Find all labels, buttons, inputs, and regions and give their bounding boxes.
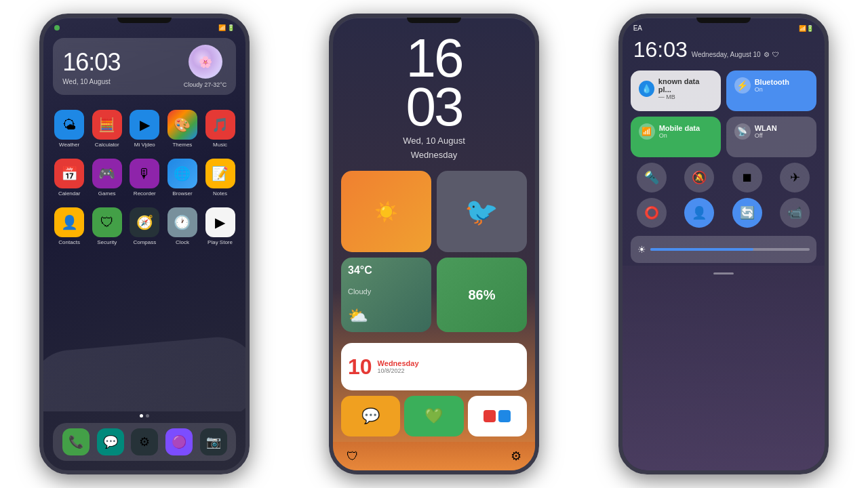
app-contacts[interactable]: 👤 Contacts [53,207,85,245]
app-browser-label: Browser [172,190,192,197]
app-security-icon: 🛡 [92,207,122,237]
cc-brightness-slider[interactable]: ☀ [631,236,816,263]
app-security[interactable]: 🛡 Security [91,207,123,245]
app-compass[interactable]: 🧭 Compass [129,207,161,245]
app-compass-icon: 🧭 [130,207,159,237]
clock-weather-widget[interactable]: 16:03 Wed, 10 August 🌸 Cloudy 27-32°C [53,38,236,95]
app-mivideo-icon: ▶ [130,110,159,140]
widget-battery[interactable]: 86% [437,258,527,332]
app-security-label: Security [97,239,117,245]
cc-btn-airplane[interactable]: ✈ [780,163,810,192]
app-grid-row1: 🌤 Weather 🧮 Calculator ▶ Mi Video 🎨 Them… [43,104,245,153]
cc-btn-video[interactable]: 📹 [780,198,810,228]
flower-widget: 🌸 [189,45,222,79]
cc-data-sub: — MB [658,94,713,100]
app-notes[interactable]: 📝 Notes [204,159,237,197]
app-themes[interactable]: 🎨 Themes [166,110,199,148]
cc-time: 16:03 [633,37,688,62]
app-playstore-label: Play Store [208,239,233,245]
small-apps-row: 💬 💚 [333,396,535,436]
cc-status-icons: 📶🔋 [799,25,814,32]
phone-2: 16 03 Wed, 10 August Wednesday ☀️ 🐦 34°C… [329,14,539,474]
app-notes-label: Notes [213,190,227,197]
app-browser-icon: 🌐 [167,159,197,188]
cc-btn-contacts[interactable]: 👤 [684,198,714,228]
phone-1: 📶 🔋 16:03 Wed, 10 August 🌸 Cloudy 27-32°… [39,14,250,474]
dock: 📞 💬 ⚙ 🟣 📷 [53,423,236,461]
cc-date: Wednesday, August 10 ⚙ 🛡 [692,51,779,58]
wlan-icon: 📡 [734,123,751,140]
notch-3 [696,18,751,23]
cc-icon-row1: 🔦 🔕 ⏹ ✈ [623,163,825,192]
cc-btn-sync[interactable]: 🔄 [732,198,762,228]
widget-bird[interactable]: 🐦 [437,171,527,252]
widget-time: 16:03 [62,48,120,77]
brightness-icon: ☀ [637,244,646,255]
app-recorder-icon: 🎙 [130,159,159,188]
dock-camera[interactable]: 📷 [200,428,227,455]
app-clock[interactable]: 🕐 Clock [166,207,199,245]
cc-btn-circle[interactable]: ⭕ [637,198,667,228]
app-calendar-label: Calendar [58,190,80,197]
cal-day: 10 [348,354,372,380]
cc-btn-screen[interactable]: ⏹ [732,163,762,192]
dock-phone[interactable]: 📞 [62,428,90,455]
cc-tile-wlan[interactable]: 📡 WLAN Off [726,117,816,157]
big-clock-widget: 16 03 Wed, 10 August Wednesday [333,20,535,165]
app-notes-icon: 📝 [205,159,235,188]
notch-1 [117,18,172,23]
big-clock-hour: 16 [333,34,535,83]
app-recorder[interactable]: 🎙 Recorder [129,159,161,197]
weather-cond: Cloudy [348,287,425,296]
brightness-fill [650,248,754,251]
app-music-label: Music [213,142,227,148]
cc-wlan-title: WLAN [755,124,777,132]
status-icons-1: 📶 🔋 [218,24,235,31]
bottom-icon-right[interactable]: ⚙ [511,449,521,464]
app-clock-icon: 🕐 [167,207,197,237]
app-browser[interactable]: 🌐 Browser [166,159,199,197]
big-clock-date2: Wednesday [333,150,535,160]
cc-btn-dnd[interactable]: 🔕 [684,163,714,192]
cal-fulldate: 10/8/2022 [378,367,419,374]
page-indicator [43,414,245,418]
date-row: 10 Wednesday 10/8/2022 [333,343,535,390]
app-calculator[interactable]: 🧮 Calculator [91,110,123,148]
weather-icon: ⛅ [348,306,425,325]
app-music[interactable]: 🎵 Music [204,110,237,148]
app-games[interactable]: 🎮 Games [91,159,123,197]
dock-messages[interactable]: 💬 [97,428,124,455]
app-mivideo[interactable]: ▶ Mi Video [129,110,161,148]
widget-orange-sun[interactable]: ☀️ [341,171,431,252]
widgets-grid: ☀️ 🐦 34°C Cloudy ⛅ 86% [333,165,535,343]
cc-tile-data[interactable]: 💧 known data pl... — MB [631,70,721,111]
small-app-theme[interactable] [468,396,527,436]
app-playstore[interactable]: ▶ Play Store [204,207,237,245]
mobiledata-icon: 📶 [639,123,655,140]
dock-app4[interactable]: 🟣 [165,428,193,455]
app-mivideo-label: Mi Video [134,142,155,148]
app-themes-label: Themes [172,142,192,148]
cc-time-row: 16:03 Wednesday, August 10 ⚙ 🛡 [623,35,825,65]
small-app-messages[interactable]: 💬 [341,396,400,436]
small-app-wechat[interactable]: 💚 [404,396,463,436]
cc-mobile-title: Mobile data [659,124,701,132]
notch-2 [407,18,461,23]
cc-mobile-sub: On [659,132,701,139]
app-grid-row2: 📅 Calendar 🎮 Games 🎙 Recorder 🌐 Browser … [43,153,245,202]
cc-blurred-apps [623,266,825,470]
cc-tile-bluetooth[interactable]: ⚡ Bluetooth On [726,70,816,111]
widget-weather-detail[interactable]: 34°C Cloudy ⛅ [341,258,431,332]
dock-settings[interactable]: ⚙ [131,428,158,455]
app-calculator-label: Calculator [95,142,119,148]
bottom-icon-left[interactable]: 🛡 [347,449,359,464]
app-calendar[interactable]: 📅 Calendar [53,159,85,197]
cc-btn-flashlight[interactable]: 🔦 [637,163,667,192]
app-playstore-icon: ▶ [205,207,235,237]
cc-tile-mobiledata[interactable]: 📶 Mobile data On [631,117,721,157]
app-weather[interactable]: 🌤 Weather [53,110,85,148]
widget-calendar-date[interactable]: 10 Wednesday 10/8/2022 [341,343,527,390]
bluetooth-icon: ⚡ [734,77,751,94]
big-clock-date1: Wed, 10 August [333,136,535,146]
app-games-label: Games [98,190,116,197]
